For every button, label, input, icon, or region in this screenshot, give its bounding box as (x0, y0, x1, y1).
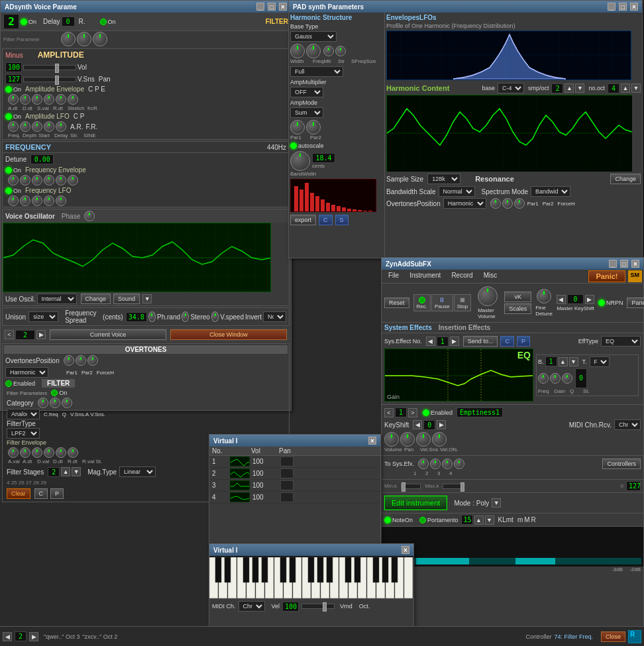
row4-pan-slider[interactable] (280, 492, 294, 502)
change-pad-btn[interactable]: Change (610, 174, 641, 184)
fe-ddt[interactable] (44, 447, 54, 458)
b-up[interactable]: ▲ (559, 357, 568, 366)
fstretch[interactable] (56, 175, 66, 186)
inst-close-btn[interactable]: × (368, 437, 376, 445)
port-dn[interactable]: ▼ (485, 515, 494, 525)
row2-pan-slider[interactable] (280, 468, 294, 478)
base-select[interactable]: C-4 (498, 83, 524, 93)
export-btn[interactable]: export (290, 215, 316, 225)
autoscale-cb[interactable]: autoscale (290, 142, 383, 149)
fa-val[interactable] (8, 175, 19, 186)
reset-btn[interactable]: Reset (384, 297, 409, 308)
sys-eff-right[interactable]: ▶ (450, 337, 459, 346)
sfreqsize-knob[interactable] (335, 46, 346, 56)
bot-right-btn[interactable]: ▶ (29, 632, 38, 641)
change-btn[interactable]: Change (81, 294, 111, 304)
next-voice-btn[interactable]: ▶ (36, 330, 46, 339)
ffrcr[interactable] (68, 175, 78, 186)
mink-slider[interactable] (401, 484, 421, 489)
zyn-max-btn[interactable]: □ (620, 260, 628, 268)
ddt-knob[interactable] (20, 94, 30, 105)
controllers-btn[interactable]: Controllers (602, 458, 641, 469)
freq-lfo-on[interactable]: On (5, 188, 21, 194)
send-to-btn[interactable]: Send to... (463, 336, 498, 347)
freq-eq-knob[interactable] (538, 373, 549, 384)
scales-btn[interactable]: Scales (504, 303, 531, 314)
adsynth-min-btn[interactable]: _ (256, 3, 264, 11)
str-knob[interactable] (323, 46, 334, 56)
zyn-close-btn[interactable]: × (631, 260, 639, 268)
ins-left-btn[interactable]: < (384, 408, 394, 417)
category-select[interactable]: Analog ◆ (7, 409, 40, 419)
noteon-cb[interactable]: NoteOn (384, 517, 413, 523)
lfo-depth-knob[interactable] (20, 121, 30, 132)
freqmlt-knob[interactable] (306, 44, 321, 58)
amp-mult-select[interactable]: OFF (290, 87, 323, 97)
sample-size-select[interactable]: 128k (427, 174, 460, 184)
amp-env-on[interactable]: On (5, 86, 21, 93)
sys-effects-tab[interactable]: System Effects (384, 324, 432, 331)
fl-delay[interactable] (44, 195, 54, 206)
ks-right[interactable]: ▶ (437, 420, 446, 429)
ins-enabled-cb[interactable]: Enabled (423, 409, 453, 416)
sys4-knob[interactable] (454, 458, 464, 469)
fl-str[interactable] (56, 195, 66, 206)
fl-start[interactable] (32, 195, 42, 206)
mag-type-select[interactable]: Linear (119, 466, 156, 477)
on-checkbox-1[interactable]: On (21, 19, 36, 25)
nooct-up[interactable]: ▲ (621, 83, 630, 93)
sys1-knob[interactable] (418, 458, 429, 469)
cfreq-flt-knob[interactable] (38, 398, 48, 408)
c-freq-knob-1[interactable] (61, 32, 76, 46)
fe-rdt[interactable] (56, 447, 66, 458)
forceh-ovt-knob[interactable] (87, 355, 98, 366)
row3-pan-slider[interactable] (280, 480, 294, 490)
lfo-freq-knob[interactable] (8, 121, 19, 132)
full-select[interactable]: Full (290, 66, 343, 77)
ins-effects-tab[interactable]: Insertion Effects (439, 324, 490, 331)
invert-select[interactable]: None (263, 311, 286, 322)
q-flt-knob[interactable] (50, 398, 60, 408)
pad-s-btn[interactable]: S (335, 215, 349, 225)
q-knob-1[interactable] (77, 32, 91, 46)
vsns-flt-knob[interactable] (62, 398, 72, 408)
b-dn[interactable]: ▼ (569, 357, 578, 366)
prev-voice-btn[interactable]: < (5, 330, 14, 339)
close-btn[interactable]: Close (601, 631, 625, 642)
vsns-knob-1[interactable] (93, 32, 107, 46)
piano-keys-area[interactable] (209, 556, 413, 599)
sys2-knob[interactable] (430, 458, 441, 469)
par2-pad2-knob[interactable] (502, 198, 513, 209)
forceh-pad2-knob[interactable] (514, 198, 525, 209)
unison-size-select[interactable]: size 3 (28, 311, 58, 322)
fe-rval[interactable] (68, 447, 78, 458)
file-menu[interactable]: File (383, 270, 404, 282)
portamento-cb[interactable]: Portamento (419, 517, 458, 523)
bot-left-btn[interactable]: ◀ (3, 632, 12, 641)
use-oscil-select[interactable]: Internal (37, 294, 77, 304)
vk-btn[interactable]: vK (504, 292, 531, 302)
adsynth-close-btn[interactable]: × (279, 3, 287, 11)
sys-p-btn[interactable]: P (517, 336, 530, 347)
mode-dn[interactable]: ▼ (492, 498, 501, 508)
panel-window-btn[interactable]: Panel Window (627, 297, 644, 308)
ovt-pos-select[interactable]: Harmonic (5, 367, 48, 378)
spectrum-mode-select[interactable]: Bandwidth (531, 186, 570, 197)
par1-pad2-knob[interactable] (490, 198, 501, 209)
close-window-btn[interactable]: Close Window (170, 329, 287, 340)
ins-velns-knob[interactable] (416, 432, 431, 447)
adt-knob[interactable] (8, 94, 19, 105)
ph-rand-knob[interactable] (148, 311, 156, 322)
ins-velofs-knob[interactable] (432, 432, 447, 447)
vkbd-close-btn[interactable]: × (402, 546, 409, 554)
ins-vol-knob[interactable] (384, 432, 399, 447)
smpoct-up[interactable]: ▲ (564, 83, 574, 93)
clear-btn[interactable]: Clear (7, 488, 30, 499)
width-knob[interactable] (290, 44, 305, 58)
sound-btn[interactable]: Sound (113, 294, 140, 304)
keyshift-left[interactable]: ◀ (557, 295, 566, 304)
keyshift-right[interactable]: ▶ (585, 295, 594, 304)
frcr-knob[interactable] (68, 94, 78, 105)
par1-knob[interactable] (290, 120, 305, 135)
port-up[interactable]: ▲ (474, 515, 484, 525)
